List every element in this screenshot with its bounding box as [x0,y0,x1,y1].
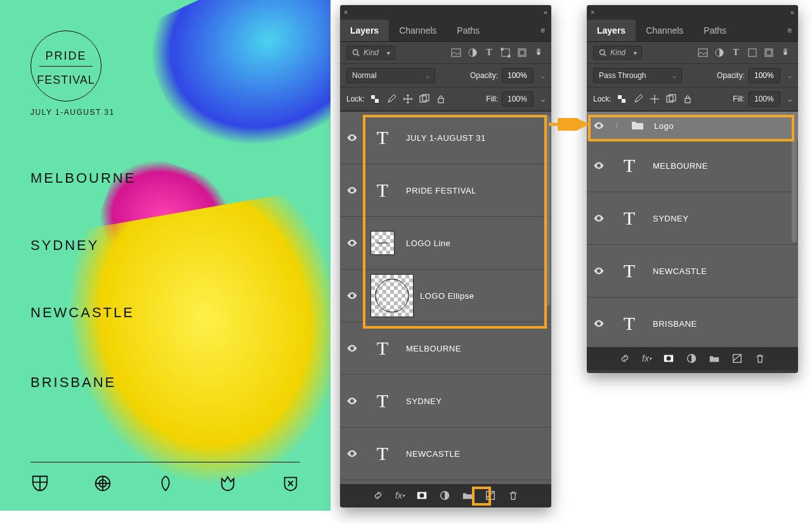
close-icon[interactable]: × [591,8,594,16]
lock-nest-icon[interactable] [418,93,431,105]
layer-row[interactable]: T NEWCASTLE [587,245,798,298]
layer-row[interactable]: T MELBOURNE [587,140,798,192]
collapse-icon[interactable]: « [544,8,547,16]
filter-toggle-icon[interactable] [779,46,792,59]
visibility-toggle[interactable] [340,448,364,459]
layer-row[interactable]: T BRISBANE [587,298,798,347]
kind-filter[interactable]: Kind▾ [346,46,395,60]
layer-row[interactable]: T PRIDE FESTIVAL [340,164,551,217]
mask-icon[interactable] [416,490,428,501]
fx-icon[interactable]: fx▾ [642,353,652,364]
tab-channels[interactable]: Channels [389,20,447,41]
lock-transparent-icon[interactable] [369,93,381,105]
lock-brush-icon[interactable] [632,93,645,105]
chevron-right-icon[interactable]: 〉 [615,121,622,131]
scrollbar[interactable] [792,115,797,242]
filter-shape-icon[interactable] [499,46,512,59]
visibility-toggle[interactable] [340,185,364,196]
visibility-toggle[interactable] [587,160,611,171]
fill-dropdown-icon[interactable]: ⌵ [537,96,545,103]
layer-name[interactable]: SYDNEY [406,396,442,406]
lock-move-icon[interactable] [402,93,414,105]
visibility-toggle[interactable] [340,343,364,354]
fill-input[interactable]: 100% [749,91,780,107]
opacity-dropdown-icon[interactable]: ⌵ [784,72,792,79]
new-layer-icon[interactable] [731,353,743,364]
close-icon[interactable]: × [344,8,348,16]
layer-list[interactable]: 〉 Logo T MELBOURNE T SYDNEY T NEWCASTLE [587,111,798,347]
filter-adjust-icon[interactable] [713,46,726,59]
scrollbar[interactable] [545,115,550,306]
layer-name[interactable]: MELBOURNE [653,161,708,171]
lock-transparent-icon[interactable] [615,93,628,105]
layer-name[interactable]: Logo [654,121,674,131]
filter-toggle-icon[interactable] [532,46,545,59]
link-icon[interactable] [619,353,631,364]
tab-layers[interactable]: Layers [587,20,636,41]
layer-name[interactable]: MELBOURNE [406,344,461,353]
layer-name[interactable]: BRISBANE [653,319,697,329]
filter-image-icon[interactable] [697,46,709,59]
layer-row[interactable]: T SYDNEY [587,192,798,245]
opacity-input[interactable]: 100% [502,68,534,83]
lock-nest-icon[interactable] [665,93,678,105]
layer-row[interactable]: LOGO Line [340,217,551,270]
layer-name[interactable]: JULY 1-AUGUST 31 [406,133,486,143]
visibility-toggle[interactable] [587,213,611,224]
lock-move-icon[interactable] [648,93,661,105]
opacity-dropdown-icon[interactable]: ⌵ [537,72,545,79]
panel-menu-icon[interactable]: ≡ [787,26,792,35]
tab-paths[interactable]: Paths [693,20,737,41]
lock-brush-icon[interactable] [385,93,398,105]
layer-row[interactable]: T NEWCASTLE [340,428,551,480]
layer-name[interactable]: NEWCASTLE [406,449,460,459]
fill-input[interactable]: 100% [502,91,534,107]
filter-image-icon[interactable] [450,46,462,59]
filter-text-icon[interactable]: T [483,46,495,59]
visibility-toggle[interactable] [340,290,364,301]
filter-smart-icon[interactable] [763,46,775,59]
layer-list[interactable]: T JULY 1-AUGUST 31 T PRIDE FESTIVAL LOGO… [340,111,551,484]
layer-name[interactable]: SYDNEY [653,214,688,223]
lock-all-icon[interactable] [435,93,447,105]
adj-layer-icon[interactable] [686,353,697,364]
trash-icon[interactable] [508,490,519,501]
layer-row[interactable]: T JULY 1-AUGUST 31 [340,112,551,164]
visibility-toggle[interactable] [340,237,364,249]
lock-all-icon[interactable] [681,93,694,105]
blend-mode-select[interactable]: Normal⌵ [346,68,435,83]
visibility-toggle[interactable] [587,318,611,329]
layer-name[interactable]: LOGO Line [406,239,450,248]
filter-smart-icon[interactable] [516,46,528,59]
blend-mode-select[interactable]: Pass Through⌵ [593,68,682,83]
tab-layers[interactable]: Layers [340,20,389,41]
tab-paths[interactable]: Paths [447,20,490,41]
panel-menu-icon[interactable]: ≡ [540,26,545,35]
collapse-icon[interactable]: « [790,8,794,16]
layer-row-folder[interactable]: 〉 Logo [587,112,798,140]
filter-adjust-icon[interactable] [466,46,479,59]
layer-row[interactable]: T SYDNEY [340,375,551,428]
visibility-toggle[interactable] [340,132,364,143]
new-group-icon[interactable] [709,353,720,364]
mask-icon[interactable] [663,353,674,364]
fill-dropdown-icon[interactable]: ⌵ [784,96,792,103]
link-icon[interactable] [372,490,384,501]
layer-row[interactable]: T MELBOURNE [340,322,551,375]
new-group-icon[interactable] [462,490,473,501]
filter-text-icon[interactable]: T [730,46,742,59]
adj-layer-icon[interactable] [439,490,450,501]
visibility-toggle[interactable] [340,395,364,407]
fx-icon[interactable]: fx▾ [395,490,405,501]
layer-row[interactable]: LOGO Ellipse [340,270,551,322]
new-layer-icon[interactable] [485,490,496,501]
trash-icon[interactable] [754,353,766,364]
layer-name[interactable]: PRIDE FESTIVAL [406,186,476,195]
tab-channels[interactable]: Channels [636,20,693,41]
visibility-toggle[interactable] [587,265,611,277]
kind-filter[interactable]: Kind▾ [593,46,642,60]
visibility-toggle[interactable] [587,120,611,131]
layer-name[interactable]: NEWCASTLE [653,266,707,276]
filter-shape-icon[interactable] [746,46,759,59]
layer-name[interactable]: LOGO Ellipse [420,291,474,301]
